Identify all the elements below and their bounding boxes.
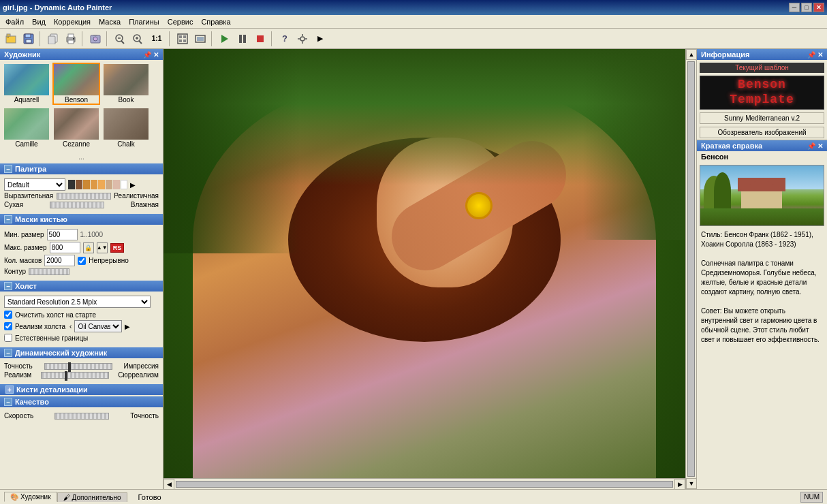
quality-slider[interactable]	[54, 413, 109, 420]
maximize-button[interactable]: □	[801, 3, 812, 12]
lock-button[interactable]: 🔒	[83, 242, 94, 253]
tab-additional-icon: 🖌	[63, 494, 70, 501]
tb-fit-window[interactable]	[174, 31, 191, 47]
tab-artist[interactable]: 🎨 Художник	[4, 492, 57, 502]
accuracy-slider[interactable]	[44, 363, 112, 370]
clear-canvas-checkbox[interactable]	[4, 311, 12, 319]
swatch-8[interactable]	[121, 180, 127, 189]
tb-photo[interactable]	[87, 31, 104, 47]
menu-correction[interactable]: Коррекция	[50, 17, 95, 27]
tab-additional[interactable]: 🖌 Дополнительно	[57, 492, 127, 502]
close-button[interactable]: ✕	[813, 3, 824, 12]
mask-collapse-btn[interactable]: –	[4, 215, 12, 223]
scroll-h-thumb[interactable]	[176, 481, 673, 488]
dry-slider[interactable]	[50, 202, 104, 208]
close-panel-icon[interactable]: ✕	[153, 51, 159, 59]
artist-camille[interactable]: Camille	[3, 107, 50, 149]
palette-collapse-btn[interactable]: –	[4, 165, 12, 173]
menu-service[interactable]: Сервис	[163, 17, 198, 27]
mask-title: Маски кистью	[15, 215, 67, 223]
scroll-left-btn[interactable]: ◀	[163, 479, 174, 490]
swatch-5[interactable]	[98, 180, 105, 189]
realism-arrow[interactable]: ▶	[125, 323, 130, 330]
realism-type-select[interactable]: Oil Canvas	[74, 320, 122, 332]
swatch-1[interactable]	[68, 180, 75, 189]
tb-open[interactable]	[3, 31, 19, 47]
tb-print[interactable]	[63, 31, 79, 47]
browse-images-button[interactable]: Обозреватель изображений	[700, 127, 824, 138]
swatch-2[interactable]	[76, 180, 82, 189]
tb-fit-image[interactable]	[192, 31, 208, 47]
artist-chalk[interactable]: Chalk	[102, 107, 150, 149]
mask-brush-section-header[interactable]: – Маски кистью	[0, 214, 163, 225]
artist-aquarell[interactable]: Aquarell	[3, 63, 50, 105]
toolbar: 1:1 ? ▶	[0, 29, 827, 49]
quick-ref-pin-icon[interactable]: 📌	[807, 142, 815, 150]
svg-rect-25	[179, 40, 182, 42]
scroll-down-btn[interactable]: ▼	[686, 478, 696, 489]
max-size-input[interactable]	[50, 242, 80, 253]
canvas-resolution-select[interactable]: Standard Resolution 2.5 Mpix	[4, 296, 151, 308]
artist-benson[interactable]: Benson	[52, 63, 100, 105]
menu-plugins[interactable]: Плагины	[125, 17, 163, 27]
svg-point-13	[93, 37, 97, 41]
continuous-row: Непрерывно	[78, 257, 128, 265]
natural-border-checkbox[interactable]	[4, 334, 12, 342]
canvas-section-header[interactable]: – Холст	[0, 281, 163, 292]
tb-stop[interactable]	[252, 31, 268, 47]
realism-slider[interactable]	[41, 372, 109, 379]
menu-view[interactable]: Вид	[28, 17, 50, 27]
range-label: 1..1000	[80, 231, 103, 238]
tb-settings[interactable]	[294, 31, 311, 47]
tb-pause[interactable]	[234, 31, 251, 47]
pin-icon[interactable]: 📌	[143, 51, 151, 59]
swatch-3[interactable]	[83, 180, 90, 189]
menu-file[interactable]: Файл	[1, 17, 28, 27]
min-size-input[interactable]	[47, 229, 78, 240]
minimize-button[interactable]: ─	[789, 3, 800, 12]
contour-slider[interactable]	[29, 268, 69, 275]
tb-help[interactable]: ?	[277, 31, 293, 47]
swatch-6[interactable]	[106, 180, 112, 189]
swatch-4[interactable]	[91, 180, 97, 189]
scroll-up-btn[interactable]: ▲	[686, 49, 696, 60]
swatch-7[interactable]	[113, 180, 120, 189]
tb-arrow[interactable]: ▶	[312, 31, 328, 47]
menu-mask[interactable]: Маска	[95, 17, 125, 27]
tb-zoom-out[interactable]	[112, 31, 128, 47]
tb-copy[interactable]	[45, 31, 61, 47]
dynamic-section-header[interactable]: – Динамический художник	[0, 347, 163, 358]
continuous-checkbox[interactable]	[78, 257, 86, 265]
artist-book[interactable]: Book	[102, 63, 150, 105]
tb-play[interactable]	[217, 31, 233, 47]
tb-save[interactable]	[20, 31, 37, 47]
artist-cezanne[interactable]: Cezanne	[52, 107, 100, 149]
palette-arrow[interactable]: ▶	[130, 181, 136, 189]
tb-zoom-1to1[interactable]: 1:1	[147, 31, 166, 47]
horizontal-scrollbar[interactable]: ◀ ▶	[163, 478, 685, 489]
info-close-icon[interactable]: ✕	[817, 51, 823, 59]
dynamic-content: Точность Импрессия Реализм Сюрреализм	[0, 358, 163, 383]
vertical-scrollbar[interactable]: ▲ ▼	[685, 49, 696, 489]
canvas-collapse-btn[interactable]: –	[4, 282, 12, 290]
realism-checkbox[interactable]	[4, 322, 12, 330]
scroll-v-thumb[interactable]	[687, 61, 695, 477]
quality-collapse-btn[interactable]: –	[4, 398, 12, 406]
info-pin-icon[interactable]: 📌	[807, 51, 815, 59]
rs-button[interactable]: RS	[110, 243, 125, 253]
palette-select[interactable]: Default	[4, 178, 65, 191]
toolbar-sep-2	[82, 31, 84, 46]
quality-section-header[interactable]: – Качество	[0, 396, 163, 407]
expressive-slider[interactable]	[57, 193, 111, 200]
detail-brush-button[interactable]: + Кисти детализации	[0, 384, 163, 395]
up-down-btn[interactable]: ▲▼	[97, 242, 108, 253]
tb-zoom-in[interactable]	[129, 31, 146, 47]
menu-help[interactable]: Справка	[197, 17, 234, 27]
sunny-mediterranean-button[interactable]: Sunny Mediterranean v.2	[700, 112, 824, 124]
dynamic-collapse-btn[interactable]: –	[4, 349, 12, 357]
scroll-right-btn[interactable]: ▶	[674, 479, 685, 490]
svg-rect-2	[7, 34, 10, 36]
palette-section-header[interactable]: – Палитра	[0, 163, 163, 174]
quick-ref-close-icon[interactable]: ✕	[817, 142, 823, 150]
mask-count-input[interactable]	[44, 255, 75, 266]
